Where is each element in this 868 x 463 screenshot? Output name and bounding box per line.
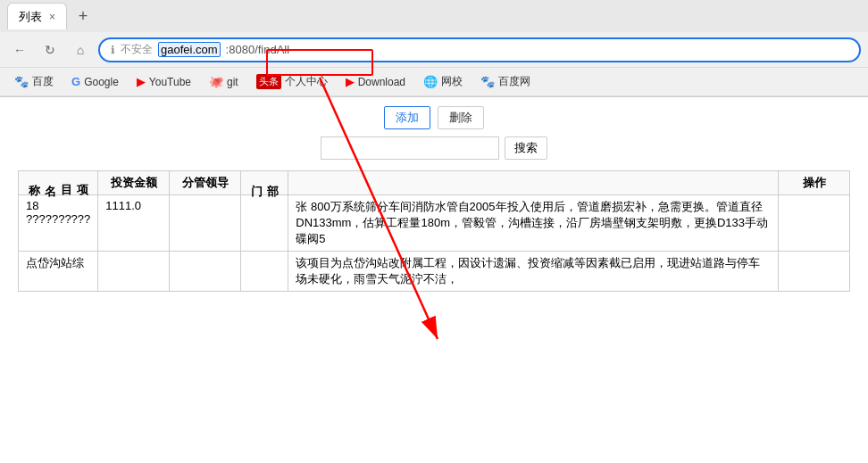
cell-amount-1: 1111.0 — [98, 195, 170, 252]
cell-dept-1 — [241, 195, 288, 252]
cell-ops-2 — [779, 252, 850, 292]
th-operations: 操作 — [779, 171, 850, 195]
search-row: 搜索 — [18, 136, 850, 160]
page-content: 添加 删除 搜索 项目名称 投资金额 分管领导 部门 — [0, 97, 868, 463]
bookmark-baidu-label: 百度 — [32, 74, 54, 89]
delete-button[interactable]: 删除 — [438, 106, 484, 129]
bookmark-youtube[interactable]: ▶ YouTube — [129, 73, 198, 90]
search-button[interactable]: 搜索 — [505, 136, 547, 160]
cell-desc-1: 张 800万系统筛分车间消防水管自2005年投入使用后，管道磨损宏补，急需更换。… — [288, 195, 779, 252]
bookmark-google[interactable]: G Google — [64, 73, 126, 90]
data-table: 项目名称 投资金额 分管领导 部门 操作 18 ?????????? — [18, 170, 850, 292]
youtube-icon: ▶ — [137, 75, 146, 88]
address-bar-row: ← ↻ ⌂ ℹ 不安全 gaofei.com :8080/findAll — [0, 32, 868, 68]
cell-desc-2: 该项目为点岱沟站改附属工程，因设计遗漏、投资缩减等因素截已启用，现进站道路与停车… — [288, 252, 779, 292]
bookmark-google-label: Google — [84, 76, 119, 88]
search-input[interactable] — [321, 136, 499, 160]
baidu-icon: 🐾 — [14, 75, 29, 88]
refresh-button[interactable]: ↻ — [38, 37, 63, 62]
tab-close-button[interactable]: × — [49, 11, 55, 23]
baidu-net-icon: 🐾 — [480, 75, 495, 88]
th-dept: 部门 — [241, 171, 288, 195]
back-button[interactable]: ← — [7, 37, 32, 62]
bookmark-personal-center[interactable]: 头条 个人中心 — [249, 72, 335, 91]
security-text: 不安全 — [121, 42, 153, 57]
cell-ops-1 — [779, 195, 850, 252]
bookmark-baidu-net-label: 百度网 — [498, 74, 530, 89]
address-field[interactable]: ℹ 不安全 gaofei.com :8080/findAll — [98, 37, 861, 62]
th-description — [288, 171, 779, 195]
wangxiao-icon: 🌐 — [423, 75, 438, 88]
th-project-name: 项目名称 — [19, 171, 98, 195]
cell-leader-2 — [170, 252, 241, 292]
bookmark-download[interactable]: ▶ Download — [338, 73, 413, 90]
tab-title: 列表 — [19, 9, 42, 25]
bookmarks-bar: 🐾 百度 G Google ▶ YouTube 🐙 git 头条 个人中心 ▶ … — [0, 68, 868, 96]
th-amount: 投资金额 — [98, 171, 170, 195]
table-row: 18 ?????????? 1111.0 张 800万系统筛分车间消防水管自20… — [19, 195, 850, 252]
download-icon: ▶ — [346, 75, 355, 88]
url-path: :8080/findAll — [226, 43, 290, 56]
security-info-icon: ℹ — [111, 44, 115, 56]
bookmark-wangxiao[interactable]: 🌐 网校 — [416, 72, 470, 91]
bookmark-git-label: git — [227, 76, 238, 88]
bookmark-baidu[interactable]: 🐾 百度 — [7, 72, 61, 91]
cell-leader-1 — [170, 195, 241, 252]
new-tab-button[interactable]: + — [71, 4, 96, 29]
bookmark-personal-center-label: 个人中心 — [285, 74, 328, 89]
bookmark-wangxiao-label: 网校 — [441, 74, 463, 89]
tab-bar: 列表 × + — [0, 0, 868, 32]
cell-amount-2 — [98, 252, 170, 292]
bookmark-git[interactable]: 🐙 git — [202, 73, 246, 90]
url-domain-highlight: gaofei.com — [158, 42, 221, 57]
cell-project-name-1: 18 ?????????? — [19, 195, 98, 252]
home-button[interactable]: ⌂ — [68, 37, 93, 62]
bookmark-download-label: Download — [358, 76, 405, 88]
add-button[interactable]: 添加 — [384, 106, 430, 129]
personal-center-icon: 头条 — [256, 74, 281, 89]
bookmark-youtube-label: YouTube — [149, 76, 191, 88]
action-row: 添加 删除 — [18, 106, 850, 129]
github-icon: 🐙 — [209, 75, 223, 88]
table-row: 点岱沟站综 该项目为点岱沟站改附属工程，因设计遗漏、投资缩减等因素截已启用，现进… — [19, 252, 850, 292]
cell-project-name-2: 点岱沟站综 — [19, 252, 98, 292]
google-icon: G — [71, 75, 80, 88]
tab-active[interactable]: 列表 × — [7, 3, 67, 29]
bookmark-baidu-net[interactable]: 🐾 百度网 — [473, 72, 538, 91]
cell-dept-2 — [241, 252, 288, 292]
th-leader: 分管领导 — [170, 171, 241, 195]
